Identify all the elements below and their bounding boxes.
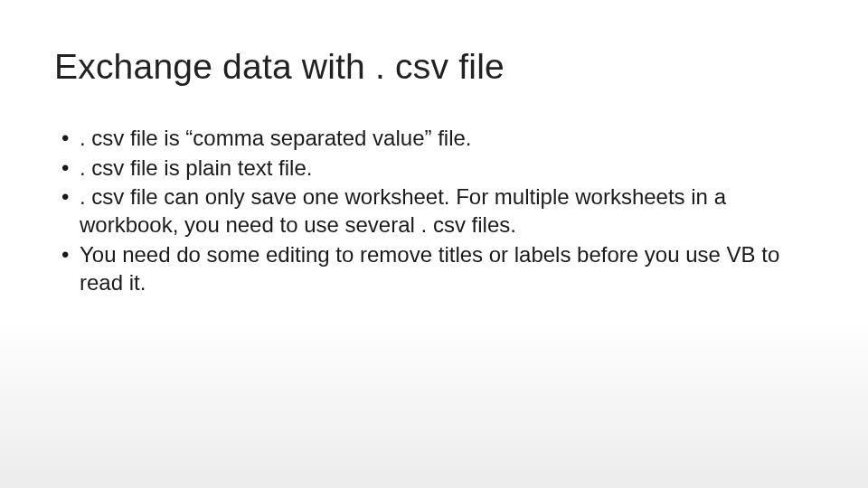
bullet-item: . csv file is plain text file.	[61, 155, 814, 183]
slide: Exchange data with . csv file . csv file…	[0, 0, 868, 488]
bullet-item: You need do some editing to remove title…	[61, 241, 814, 296]
bullet-list: . csv file is “comma separated value” fi…	[54, 125, 814, 296]
bullet-item: . csv file is “comma separated value” fi…	[61, 125, 814, 153]
slide-title: Exchange data with . csv file	[54, 47, 814, 87]
bullet-item: . csv file can only save one worksheet. …	[61, 183, 814, 239]
